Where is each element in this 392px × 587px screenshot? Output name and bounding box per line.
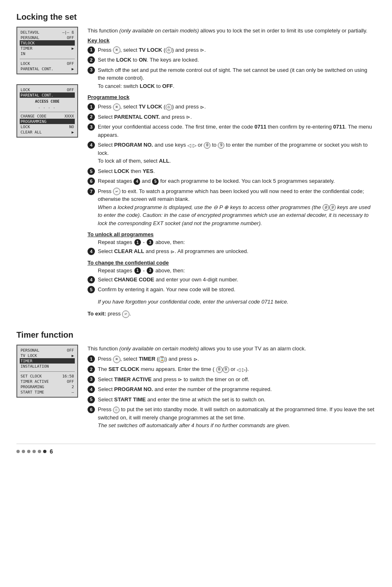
dot4 [32, 450, 36, 453]
timer-content: PERSONALOFF TV LOCK▶ TIMER INSTALLATION … [16, 345, 376, 434]
programmelock-subsection: Programme lock 1 Press ≡, select TV LOCK… [88, 94, 376, 227]
timer-step3: 3 Select TIMER ACTIVE and press ⊳ to swi… [88, 375, 376, 384]
timer-title: Timer function [16, 330, 376, 340]
dot5 [38, 450, 41, 453]
programmelock-steps: 1 Press ≡, select TV LOCK (⌂) and press … [88, 103, 376, 227]
dot2 [22, 450, 25, 453]
dot6 [43, 450, 46, 453]
changecode-section: To change the confidential code Repeat s… [88, 260, 376, 306]
proglock-step2: 2 Select PARENTAL CONT. and press ⊳. [88, 113, 376, 121]
proglock-step5: 5 Select LOCK then YES. [88, 167, 376, 175]
changecode-step5: 5 Confirm by entering it again. Your new… [88, 285, 376, 294]
timer-text: This function (only available on certain… [88, 345, 376, 434]
locking-exit: To exit: press ↩. [88, 310, 376, 318]
proglock-step6: 6 Repeat stages 4 and 5 for each program… [88, 177, 376, 185]
changecode-step4: 4 Select CHANGE CODE and enter your own … [88, 276, 376, 284]
locking-text: This function (only available on certain… [88, 27, 376, 320]
unlock-step4: 4 Select CLEAR ALL and press ⊳. All prog… [88, 247, 376, 256]
timer-step6: 6 Press ✩ to put the set into standby mo… [88, 405, 376, 430]
proglock-step1: 1 Press ≡, select TV LOCK (⌂) and press … [88, 103, 376, 111]
timer-screen: PERSONALOFF TV LOCK▶ TIMER INSTALLATION … [16, 345, 78, 398]
unlock-steps: 4 Select CLEAR ALL and press ⊳. All prog… [88, 247, 376, 256]
menu-icon: ≡ [113, 46, 120, 54]
proglock-step3: 3 Enter your confidential access code. T… [88, 123, 376, 139]
keylock-steps: 1 Press ≡, select TV LOCK (⌂) and press … [88, 46, 376, 90]
unlock-heading: To unlock all programmes [88, 231, 376, 237]
locking-content: DELTAVOL—|— ß PERSONALOFF TVLOCK TIMER▶ … [16, 27, 376, 320]
timer-step5: 5 Select START TIME and enter the time a… [88, 396, 376, 404]
changecode-steps: 4 Select CHANGE CODE and enter your own … [88, 276, 376, 294]
keylock-step3: 3 Switch off the set and put the remote … [88, 66, 376, 90]
timer-images: PERSONALOFF TV LOCK▶ TIMER INSTALLATION … [16, 345, 80, 434]
changecode-repeat: Repeat stages 1 - 3 above, then: [98, 267, 376, 274]
proglock-step7: 7 Press ↩ to exit. To watch a programme … [88, 187, 376, 228]
locking-images: DELTAVOL—|— ß PERSONALOFF TVLOCK TIMER▶ … [16, 27, 80, 320]
dot3 [27, 450, 30, 453]
keylock-subsection: Key lock 1 Press ≡, select TV LOCK (⌂) a… [88, 37, 376, 90]
locking-intro: This function (only available on certain… [88, 27, 376, 35]
timer-steps: 1 Press ≡, select TIMER (⌛) and press ⊳.… [88, 355, 376, 429]
dot-row [16, 450, 46, 453]
unlock-section: To unlock all programmes Repeat stages 1… [88, 231, 376, 256]
locking-section: Locking the set DELTAVOL—|— ß PERSONALOF… [16, 12, 376, 320]
page-number: 6 [50, 448, 53, 455]
tvlock-screen2: LOCKOFF PARENTAL CONT. ACCESS CODE · · ·… [16, 84, 78, 138]
timer-intro: This function (only available on certain… [88, 345, 376, 353]
unlock-repeat: Repeat stages 1 - 3 above, then: [98, 239, 376, 246]
timer-step1: 1 Press ≡, select TIMER (⌛) and press ⊳. [88, 355, 376, 363]
timer-section: Timer function PERSONALOFF TV LOCK▶ TIME… [16, 330, 376, 434]
changecode-italic: If you have forgotten your confidential … [98, 298, 376, 306]
page-footer: 6 [16, 444, 376, 455]
dot1 [16, 450, 20, 453]
timer-step4: 4 Select PROGRAM NO. and enter the numbe… [88, 385, 376, 394]
keylock-step2: 2 Set the LOCK to ON. The keys are locke… [88, 56, 376, 64]
tvlock-screen1: DELTAVOL—|— ß PERSONALOFF TVLOCK TIMER▶ … [16, 27, 78, 74]
keylock-step1: 1 Press ≡, select TV LOCK (⌂) and press … [88, 46, 376, 54]
proglock-step4: 4 Select PROGRAM NO. and use keys ◁ ▷ or… [88, 141, 376, 165]
programmelock-heading: Programme lock [88, 94, 376, 100]
keylock-heading: Key lock [88, 37, 376, 44]
timer-step2: 2 The SET CLOCK menu appears. Enter the … [88, 365, 376, 373]
changecode-heading: To change the confidential code [88, 260, 376, 266]
locking-title: Locking the set [16, 12, 376, 22]
